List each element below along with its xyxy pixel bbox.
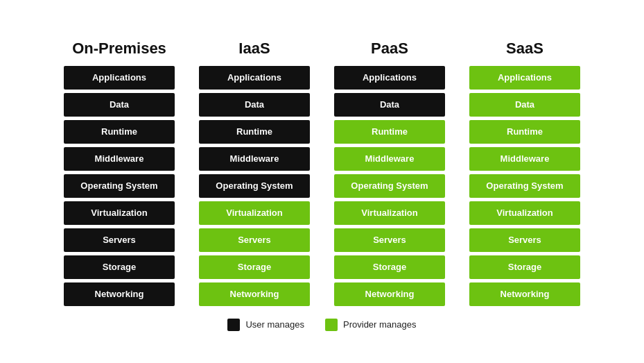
items-list-2: ApplicationsDataRuntimeMiddlewareOperati…: [334, 66, 445, 306]
item-box-2-8: Networking: [334, 282, 445, 306]
items-list-3: ApplicationsDataRuntimeMiddlewareOperati…: [469, 66, 580, 306]
item-box-1-8: Networking: [199, 282, 310, 306]
column-on-premises: On-PremisesApplicationsDataRuntimeMiddle…: [52, 40, 187, 306]
column-header-3: SaaS: [506, 40, 543, 58]
item-box-1-7: Storage: [199, 255, 310, 279]
item-box-3-8: Networking: [469, 282, 580, 306]
legend-provider: Provider manages: [325, 319, 417, 331]
items-list-1: ApplicationsDataRuntimeMiddlewareOperati…: [199, 66, 310, 306]
item-box-3-5: Virtualization: [469, 201, 580, 225]
item-box-2-0: Applications: [334, 66, 445, 90]
item-box-3-0: Applications: [469, 66, 580, 90]
item-box-0-6: Servers: [64, 228, 175, 252]
item-box-1-1: Data: [199, 93, 310, 117]
item-box-1-0: Applications: [199, 66, 310, 90]
item-box-2-4: Operating System: [334, 174, 445, 198]
item-box-1-5: Virtualization: [199, 201, 310, 225]
item-box-0-5: Virtualization: [64, 201, 175, 225]
user-manages-box: [227, 319, 240, 331]
item-box-1-4: Operating System: [199, 174, 310, 198]
item-box-2-7: Storage: [334, 255, 445, 279]
item-box-3-4: Operating System: [469, 174, 580, 198]
provider-manages-label: Provider manages: [343, 319, 417, 330]
item-box-2-5: Virtualization: [334, 201, 445, 225]
item-box-1-2: Runtime: [199, 120, 310, 144]
item-box-0-0: Applications: [64, 66, 175, 90]
item-box-2-3: Middleware: [334, 147, 445, 171]
column-saas: SaaSApplicationsDataRuntimeMiddlewareOpe…: [458, 40, 593, 306]
column-paas: PaaSApplicationsDataRuntimeMiddlewareOpe…: [322, 40, 458, 306]
column-header-1: IaaS: [238, 40, 270, 58]
item-box-0-1: Data: [64, 93, 175, 117]
column-header-0: On-Premises: [72, 40, 166, 58]
item-box-3-7: Storage: [469, 255, 580, 279]
item-box-2-6: Servers: [334, 228, 445, 252]
column-header-2: PaaS: [371, 40, 408, 58]
item-box-0-4: Operating System: [64, 174, 175, 198]
column-iaas: IaaSApplicationsDataRuntimeMiddlewareOpe…: [187, 40, 322, 306]
item-box-0-7: Storage: [64, 255, 175, 279]
columns-wrapper: On-PremisesApplicationsDataRuntimeMiddle…: [21, 40, 623, 306]
legend-user: User manages: [227, 319, 304, 331]
item-box-1-3: Middleware: [199, 147, 310, 171]
legend: User manages Provider manages: [227, 319, 416, 331]
item-box-3-3: Middleware: [469, 147, 580, 171]
provider-manages-box: [325, 319, 338, 331]
item-box-2-2: Runtime: [334, 120, 445, 144]
main-container: On-PremisesApplicationsDataRuntimeMiddle…: [0, 26, 644, 338]
user-manages-label: User manages: [245, 319, 304, 330]
item-box-2-1: Data: [334, 93, 445, 117]
item-box-3-6: Servers: [469, 228, 580, 252]
item-box-0-3: Middleware: [64, 147, 175, 171]
item-box-1-6: Servers: [199, 228, 310, 252]
item-box-3-1: Data: [469, 93, 580, 117]
item-box-0-2: Runtime: [64, 120, 175, 144]
item-box-3-2: Runtime: [469, 120, 580, 144]
items-list-0: ApplicationsDataRuntimeMiddlewareOperati…: [64, 66, 175, 306]
item-box-0-8: Networking: [64, 282, 175, 306]
